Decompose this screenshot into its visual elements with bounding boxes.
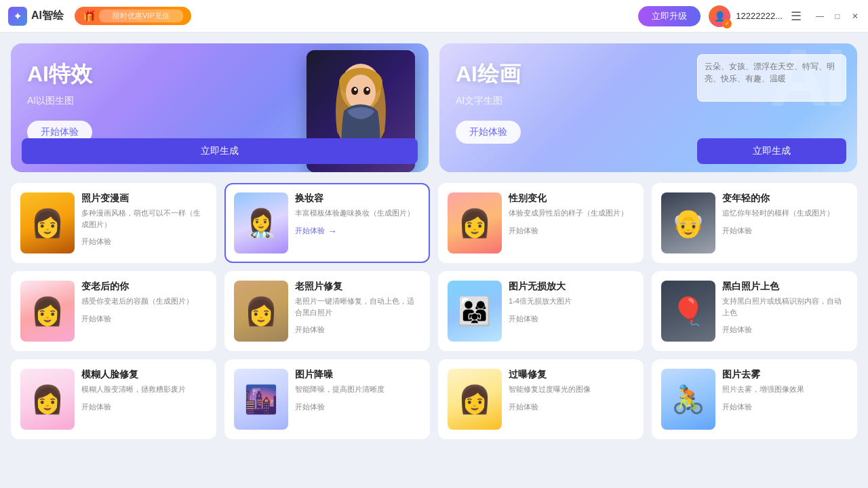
- feature-desc-age-old: 感受你变老后的容颜（生成图片）: [81, 296, 207, 307]
- feature-thumbnail-age-young: 👴: [661, 192, 715, 253]
- feature-btn-makeup[interactable]: 开始体验 →: [295, 222, 420, 237]
- feature-card-makeup[interactable]: 👩‍⚕️ 换妆容 丰富模板体验趣味换妆（生成图片） 开始体验 →: [224, 183, 430, 263]
- app-name: AI智绘: [31, 9, 64, 23]
- feature-thumbnail-upscale: 👨‍👩‍👧: [448, 281, 502, 342]
- feature-info-makeup: 换妆容 丰富模板体验趣味换妆（生成图片） 开始体验 →: [295, 192, 420, 237]
- svg-point-7: [366, 88, 369, 91]
- upgrade-button[interactable]: 立即升级: [638, 6, 701, 26]
- feature-info-gender: 性别变化 体验变成异性后的样子（生成图片） 开始体验: [509, 192, 634, 236]
- features-grid: 👩 照片变漫画 多种漫画风格，萌也可以不一样（生成图片） 开始体验 👩‍⚕️ 换…: [11, 183, 857, 439]
- feature-info-colorize: 黑白照片上色 支持黑白照片或线稿识别内容，自动上色 开始体验: [722, 281, 848, 335]
- hero-generate-btn-right[interactable]: 立即生成: [697, 138, 846, 164]
- feature-card-gender[interactable]: 👩 性别变化 体验变成异性后的样子（生成图片） 开始体验: [438, 183, 644, 263]
- feature-btn-upscale[interactable]: 开始体验: [509, 310, 634, 324]
- feature-thumbnail-denoise: 🌆: [234, 369, 288, 430]
- feature-thumbnail-exposure: 👩: [448, 369, 502, 430]
- feature-desc-dehaze: 照片去雾，增强图像效果: [722, 384, 848, 395]
- feature-card-age-old[interactable]: 👩 变老后的你 感受你变老后的容颜（生成图片） 开始体验: [11, 271, 216, 351]
- hero-generate-btn-left[interactable]: 立即生成: [22, 138, 418, 164]
- feature-card-age-young[interactable]: 👴 变年轻的你 追忆你年轻时的模样（生成图片） 开始体验: [652, 183, 857, 263]
- hero-card-effects: AI AI特效 AI以图生图 开始体验: [11, 43, 429, 172]
- titlebar: ✦ AI智绘 🎁 限时优惠VIP充值 立即升级 👤 ✓ 12222222... …: [0, 0, 868, 33]
- svg-point-4: [351, 87, 358, 95]
- feature-desc-makeup: 丰富模板体验趣味换妆（生成图片）: [295, 207, 420, 219]
- feature-info-restore: 老照片修复 老照片一键清晰修复，自动上色，适合黑白照片 开始体验: [295, 281, 420, 335]
- hero-text-input[interactable]: [697, 54, 846, 102]
- feature-card-blur-fix[interactable]: 👩 模糊人脸修复 模糊人脸变清晰，拯救糟影废片 开始体验: [11, 359, 216, 439]
- feature-thumbnail-cartoon: 👩: [20, 192, 75, 253]
- hero-card-painting: AI AI绘画 AI文字生图 开始体验 立即生成: [439, 43, 857, 172]
- feature-card-exposure[interactable]: 👩 过曝修复 智能修复过度曝光的图像 开始体验: [438, 359, 644, 439]
- feature-thumbnail-gender: 👩: [448, 192, 502, 253]
- feature-title-makeup: 换妆容: [295, 192, 420, 205]
- feature-btn-dehaze[interactable]: 开始体验: [722, 398, 848, 412]
- feature-title-blur-fix: 模糊人脸修复: [81, 369, 207, 381]
- main-content: AI AI特效 AI以图生图 开始体验: [0, 33, 868, 488]
- arrow-icon: →: [328, 226, 337, 237]
- hero-start-btn-right[interactable]: 开始体验: [456, 121, 521, 144]
- feature-desc-colorize: 支持黑白照片或线稿识别内容，自动上色: [722, 296, 848, 318]
- feature-btn-exposure[interactable]: 开始体验: [509, 398, 634, 412]
- username: 12222222...: [736, 11, 783, 21]
- feature-btn-restore[interactable]: 开始体验: [295, 321, 420, 335]
- feature-info-blur-fix: 模糊人脸修复 模糊人脸变清晰，拯救糟影废片 开始体验: [81, 369, 207, 412]
- feature-title-restore: 老照片修复: [295, 281, 420, 293]
- feature-thumbnail-colorize: 🎈: [661, 281, 715, 342]
- feature-card-upscale[interactable]: 👨‍👩‍👧 图片无损放大 1-4倍无损放大图片 开始体验: [438, 271, 644, 351]
- feature-card-cartoon[interactable]: 👩 照片变漫画 多种漫画风格，萌也可以不一样（生成图片） 开始体验: [11, 183, 216, 263]
- svg-point-6: [354, 88, 357, 91]
- feature-thumbnail-makeup: 👩‍⚕️: [234, 192, 288, 253]
- feature-info-age-young: 变年轻的你 追忆你年轻时的模样（生成图片） 开始体验: [722, 192, 848, 236]
- feature-card-restore[interactable]: 👩 老照片修复 老照片一键清晰修复，自动上色，适合黑白照片 开始体验: [224, 271, 430, 351]
- feature-btn-blur-fix[interactable]: 开始体验: [81, 398, 207, 412]
- hero-section: AI AI特效 AI以图生图 开始体验: [11, 43, 857, 172]
- feature-thumbnail-dehaze: 🚴: [661, 369, 715, 430]
- feature-thumbnail-blur-fix: 👩: [20, 369, 75, 430]
- feature-desc-age-young: 追忆你年轻时的模样（生成图片）: [722, 207, 848, 219]
- window-controls: — □ ✕: [815, 12, 860, 21]
- promo-text: 限时优惠VIP充值: [99, 9, 183, 22]
- feature-title-upscale: 图片无损放大: [509, 281, 634, 293]
- feature-title-age-young: 变年轻的你: [722, 192, 848, 205]
- feature-desc-blur-fix: 模糊人脸变清晰，拯救糟影废片: [81, 384, 207, 395]
- feature-title-age-old: 变老后的你: [81, 281, 207, 293]
- feature-card-denoise[interactable]: 🌆 图片降噪 智能降噪，提高图片清晰度 开始体验: [224, 359, 430, 439]
- avatar: 👤 ✓: [709, 5, 730, 27]
- feature-title-cartoon: 照片变漫画: [81, 192, 207, 205]
- feature-thumbnail-age-old: 👩: [20, 281, 75, 342]
- feature-info-age-old: 变老后的你 感受你变老后的容颜（生成图片） 开始体验: [81, 281, 207, 324]
- feature-info-cartoon: 照片变漫画 多种漫画风格，萌也可以不一样（生成图片） 开始体验: [81, 192, 207, 247]
- feature-thumbnail-restore: 👩: [234, 281, 288, 342]
- feature-title-exposure: 过曝修复: [509, 369, 634, 381]
- feature-btn-gender[interactable]: 开始体验: [509, 222, 634, 236]
- feature-title-denoise: 图片降噪: [295, 369, 420, 381]
- feature-desc-denoise: 智能降噪，提高图片清晰度: [295, 384, 420, 395]
- promo-banner[interactable]: 🎁 限时优惠VIP充值: [75, 7, 191, 25]
- app-logo: ✦ AI智绘: [8, 7, 64, 26]
- feature-btn-denoise[interactable]: 开始体验: [295, 398, 420, 412]
- feature-desc-exposure: 智能修复过度曝光的图像: [509, 384, 634, 395]
- feature-desc-cartoon: 多种漫画风格，萌也可以不一样（生成图片）: [81, 207, 207, 230]
- feature-btn-cartoon[interactable]: 开始体验: [81, 232, 207, 247]
- feature-card-dehaze[interactable]: 🚴 图片去雾 照片去雾，增强图像效果 开始体验: [652, 359, 857, 439]
- user-area: 👤 ✓ 12222222...: [709, 5, 783, 27]
- menu-icon[interactable]: ☰: [791, 9, 802, 24]
- feature-info-upscale: 图片无损放大 1-4倍无损放大图片 开始体验: [509, 281, 634, 324]
- feature-desc-gender: 体验变成异性后的样子（生成图片）: [509, 207, 634, 219]
- feature-title-dehaze: 图片去雾: [722, 369, 848, 381]
- feature-info-dehaze: 图片去雾 照片去雾，增强图像效果 开始体验: [722, 369, 848, 412]
- feature-info-denoise: 图片降噪 智能降噪，提高图片清晰度 开始体验: [295, 369, 420, 412]
- feature-title-gender: 性别变化: [509, 192, 634, 205]
- close-button[interactable]: ✕: [850, 12, 860, 21]
- avatar-badge: ✓: [722, 19, 732, 28]
- feature-info-exposure: 过曝修复 智能修复过度曝光的图像 开始体验: [509, 369, 634, 412]
- feature-desc-upscale: 1-4倍无损放大图片: [509, 296, 634, 307]
- feature-btn-age-old[interactable]: 开始体验: [81, 310, 207, 324]
- feature-btn-colorize[interactable]: 开始体验: [722, 321, 848, 335]
- feature-title-colorize: 黑白照片上色: [722, 281, 848, 293]
- minimize-button[interactable]: —: [815, 12, 825, 21]
- feature-card-colorize[interactable]: 🎈 黑白照片上色 支持黑白照片或线稿识别内容，自动上色 开始体验: [652, 271, 857, 351]
- feature-btn-age-young[interactable]: 开始体验: [722, 222, 848, 236]
- maximize-button[interactable]: □: [833, 12, 842, 21]
- feature-desc-restore: 老照片一键清晰修复，自动上色，适合黑白照片: [295, 296, 420, 318]
